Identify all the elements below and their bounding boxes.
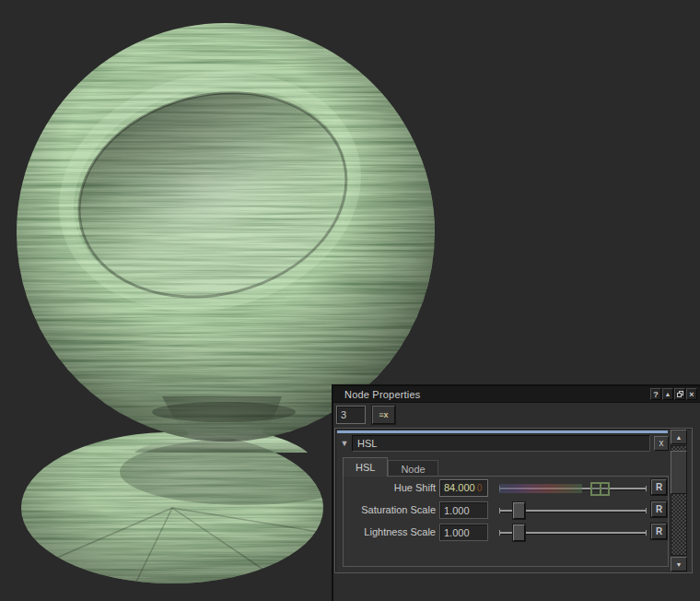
scroll-down-icon[interactable]: ▼ xyxy=(671,557,687,572)
node-header-row: ▼ x xyxy=(337,434,669,453)
help-icon[interactable]: ? xyxy=(650,388,661,400)
scroll-up-icon[interactable]: ▲ xyxy=(671,430,687,444)
collapse-icon[interactable]: ▲ xyxy=(662,388,673,400)
remove-node-button[interactable]: x xyxy=(654,436,669,451)
node-properties-panel: Node Properties ? ▲ × ≡x ▼ x HSL Node Hu… xyxy=(332,384,700,601)
node-name-input[interactable] xyxy=(352,435,650,452)
node-list-area: ▼ x HSL Node Hue Shift 84.0000 R xyxy=(334,428,693,573)
float-icon[interactable] xyxy=(674,388,685,400)
param-row-saturation-scale: Saturation Scale R xyxy=(344,501,668,523)
node-list-scrollbar[interactable]: ▲ ▼ xyxy=(671,430,687,572)
app-window: { "canvas": { "background_color": "#2a2a… xyxy=(0,0,700,601)
param-row-hue-shift: Hue Shift 84.0000 R xyxy=(344,478,668,501)
lightness-scale-slider-handle[interactable] xyxy=(513,524,525,541)
hue-shift-slider[interactable] xyxy=(498,478,648,499)
lightness-scale-slider[interactable] xyxy=(498,523,648,543)
saturation-scale-slider[interactable] xyxy=(498,501,648,521)
hue-shift-value-field[interactable]: 84.0000 xyxy=(439,479,488,497)
expander-triangle-icon[interactable]: ▼ xyxy=(337,439,352,448)
saturation-scale-slider-handle[interactable] xyxy=(513,502,525,519)
saturation-scale-label: Saturation Scale xyxy=(344,504,436,515)
tab-hsl[interactable]: HSL xyxy=(343,457,388,477)
saturation-scale-reset-button[interactable]: R xyxy=(651,501,667,517)
tab-bar: HSL Node xyxy=(343,456,438,477)
param-row-lightness-scale: Lightness Scale R xyxy=(344,523,668,545)
tab-node[interactable]: Node xyxy=(388,460,438,477)
lightness-scale-value-field[interactable] xyxy=(439,524,488,541)
hue-shift-label: Hue Shift xyxy=(344,482,436,493)
default-value-ghost: 0 xyxy=(477,483,483,493)
clear-properties-button[interactable]: ≡x xyxy=(372,406,395,424)
lightness-scale-label: Lightness Scale xyxy=(344,526,436,537)
panel-count-input[interactable] xyxy=(336,406,366,424)
hue-shift-slider-handle[interactable] xyxy=(590,482,610,496)
selected-node-accent xyxy=(337,430,668,433)
lightness-scale-reset-button[interactable]: R xyxy=(651,524,667,539)
panel-titlebar[interactable]: Node Properties ? ▲ × xyxy=(333,386,700,403)
tab-page-hsl: Hue Shift 84.0000 R Saturation Scale xyxy=(343,476,669,567)
hue-gradient-strip xyxy=(499,484,582,493)
shader-ball-base xyxy=(21,432,368,583)
panel-title: Node Properties xyxy=(344,389,421,400)
scrollbar-thumb[interactable] xyxy=(671,451,687,494)
saturation-scale-value-field[interactable] xyxy=(439,501,488,519)
panel-toolbar: ≡x xyxy=(333,403,700,428)
titlebar-icons: ? ▲ × xyxy=(650,388,697,400)
hue-shift-reset-button[interactable]: R xyxy=(651,479,667,495)
close-icon[interactable]: × xyxy=(686,388,697,400)
